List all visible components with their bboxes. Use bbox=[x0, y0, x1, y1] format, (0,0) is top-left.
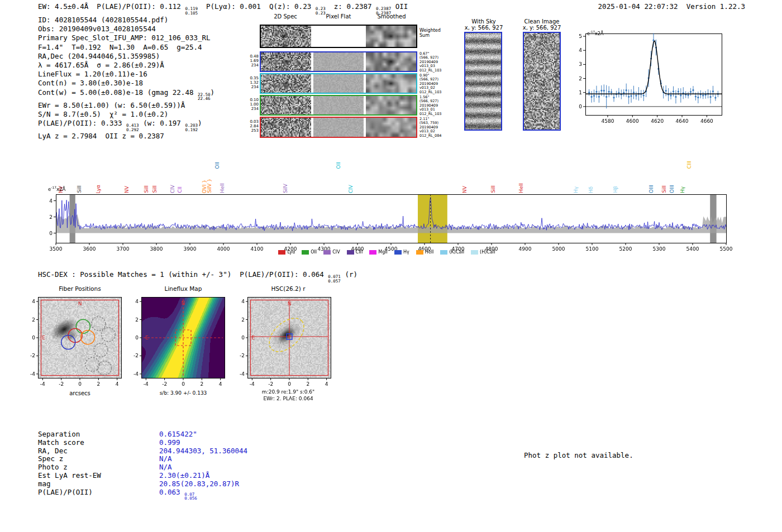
spec2d-image bbox=[261, 118, 311, 137]
match-table: Separation0.615422"Match score0.999RA, D… bbox=[38, 430, 247, 501]
table-label: Photo z bbox=[38, 463, 159, 472]
smoothed-image bbox=[366, 118, 416, 137]
legend-label: CIII bbox=[356, 250, 363, 255]
elixer-report-page: EW: 4.5±0.4Å P(LAE)/P(OII): 0.112 0.1190… bbox=[0, 0, 782, 532]
legend-item: (K)CaII bbox=[440, 250, 464, 255]
spec2d-row bbox=[260, 95, 417, 116]
spec2d-row bbox=[260, 25, 417, 48]
info-line: P(LAE)/P(OII): 0.333 0.4130.292 (w: 0.19… bbox=[38, 119, 214, 132]
info-line: ID: 4028105544 (4028105544.pdf) bbox=[38, 16, 214, 25]
smoothed-image bbox=[366, 52, 416, 71]
spec2d-row-annotation: WeightedSum bbox=[419, 28, 443, 38]
legend-swatch bbox=[278, 250, 285, 255]
fiber-positions-title: Fiber Positions bbox=[38, 285, 122, 292]
clean-image bbox=[524, 33, 560, 130]
pixelflat-image bbox=[313, 52, 364, 71]
header-datetime-version: 2025-01-04 22:07:32 Version 1.22.3 bbox=[578, 2, 745, 11]
table-value: 204.944303, 51.360044 bbox=[159, 447, 247, 456]
info-line: Cont(n) = 3.80(±0.30)e-18 bbox=[38, 79, 214, 88]
legend-item: MgII bbox=[369, 250, 388, 255]
spec2d-row-annotation: 0.90"(566, 927)20190409v013_02012_RL_103 bbox=[419, 74, 443, 94]
clean-subtitle: x, y: 566, 927 bbox=[514, 25, 570, 31]
legend-swatch bbox=[302, 250, 309, 255]
smoothed-image bbox=[366, 74, 416, 93]
table-value: 0.615422" bbox=[159, 430, 197, 439]
legend-swatch bbox=[471, 250, 478, 255]
withsky-panel bbox=[464, 32, 502, 131]
spec2d-image bbox=[261, 74, 311, 93]
spec2d-panel: 2D SpecPixel FlatSmoothedWeightedSum0.48… bbox=[248, 13, 444, 142]
spec2d-col-title: Pixel Flat bbox=[313, 13, 364, 20]
legend-label: HeII bbox=[425, 250, 434, 255]
spectrum-legend: LyαOIICIVCIIIMgIIHγHeII(K)CaII(H)CaII bbox=[39, 250, 735, 255]
table-value: 2.30(±0.21)Å bbox=[159, 472, 209, 480]
zoom-canvas bbox=[575, 27, 726, 130]
info-line: LyA z = 2.7984 OII z = 0.2387 bbox=[38, 132, 214, 141]
spectrum-canvas bbox=[39, 182, 735, 255]
smoothed-image bbox=[366, 26, 416, 47]
info-line: S/N = 8.7(±0.5) χ² = 1.0(±0.2) bbox=[38, 110, 214, 119]
stacked-value: 22.5022.46 bbox=[198, 93, 211, 101]
info-line: EWr = 8.50(±1.00) (w: 6.50(±0.59))Å bbox=[38, 101, 214, 110]
table-label: Match score bbox=[38, 439, 159, 447]
spec2d-row bbox=[260, 117, 417, 138]
legend-label: MgII bbox=[378, 250, 388, 255]
legend-swatch bbox=[347, 250, 354, 255]
pixelflat-image bbox=[313, 74, 364, 93]
pixelflat-image bbox=[313, 26, 364, 47]
hsc-image-title: HSC(26.2) r bbox=[246, 285, 330, 292]
hsc-canvas bbox=[235, 294, 333, 390]
spec2d-row-left-label: 0.351.32234 bbox=[248, 76, 259, 89]
info-line: Cont(w) = 5.00(±0.08)e-18 (gmag 22.48 22… bbox=[38, 88, 214, 101]
stacked-value: 0.1190.105 bbox=[185, 7, 198, 15]
spec2d-row-left-label: 0.101.00234 bbox=[248, 98, 259, 111]
spec2d-row bbox=[260, 51, 417, 72]
table-label: mag bbox=[38, 480, 159, 488]
table-label: RA, Dec bbox=[38, 447, 159, 456]
detection-info-block: ID: 4028105544 (4028105544.pdf)Obs: 2019… bbox=[38, 16, 214, 141]
legend-item: Hγ bbox=[394, 250, 409, 255]
legend-item: (H)CaII bbox=[471, 250, 495, 255]
emission-line-label: OII bbox=[336, 162, 341, 169]
hsc-dex-header: HSC-DEX : Possible Matches = 1 (within +… bbox=[38, 270, 357, 283]
legend-label: (H)CaII bbox=[480, 250, 495, 255]
spec2d-row-annotation: 2.11"(563, 759)20190409v013_02012_RL_084 bbox=[419, 117, 443, 138]
table-label: Separation bbox=[38, 430, 159, 439]
table-row: P(LAE)/P(OII)0.063 0.070.056 bbox=[38, 488, 247, 501]
info-line: λ = 4617.65Å σ = 2.86(±0.29)Å bbox=[38, 61, 214, 70]
legend-swatch bbox=[323, 250, 331, 255]
legend-label: Lyα bbox=[287, 250, 295, 255]
lineflux-caption: s/b: 3.90 +/- 0.133 bbox=[141, 390, 225, 396]
spec2d-row-annotation: 1.56"(566, 927)20190409v013_01012_RL_103 bbox=[419, 95, 443, 116]
clean-panel bbox=[523, 32, 561, 131]
table-row: RA, Dec204.944303, 51.360044 bbox=[38, 447, 247, 456]
fiber-canvas bbox=[26, 294, 124, 390]
withsky-subtitle: x, y: 566, 927 bbox=[456, 25, 512, 31]
table-value: N/A bbox=[159, 463, 172, 472]
table-row: Photo zN/A bbox=[38, 463, 247, 472]
spec2d-col-title: Smoothed bbox=[366, 13, 417, 20]
table-label: Est LyA rest-EW bbox=[38, 472, 159, 480]
spec2d-image bbox=[261, 26, 311, 47]
table-value: N/A bbox=[159, 455, 172, 463]
legend-label: (K)CaII bbox=[449, 250, 464, 255]
info-line: Obs: 20190409v013_4028105544 bbox=[38, 25, 214, 33]
legend-item: CIII bbox=[347, 250, 363, 255]
spec2d-row-left-label: 0.481.69234 bbox=[248, 54, 259, 68]
stacked-value: 0.0710.057 bbox=[328, 275, 341, 283]
hsc-caption2: EWr: 2. PLAE: 0.064 bbox=[246, 396, 330, 401]
spec2d-image bbox=[261, 96, 311, 114]
table-label: P(LAE)/P(OII) bbox=[38, 488, 159, 501]
photz-note: Phot z plot not available. bbox=[524, 451, 633, 459]
legend-label: CIV bbox=[332, 250, 340, 255]
stacked-value: 0.2030.192 bbox=[185, 123, 198, 132]
spec2d-col-title: 2D Spec bbox=[260, 13, 311, 20]
table-row: Est LyA rest-EW2.30(±0.21)Å bbox=[38, 472, 247, 480]
spec2d-image bbox=[261, 52, 311, 71]
fluxmap-canvas bbox=[129, 294, 227, 390]
lineflux-map-title: Lineflux Map bbox=[141, 285, 225, 292]
stacked-value: 0.070.056 bbox=[184, 492, 197, 501]
legend-label: Hγ bbox=[403, 250, 409, 255]
spectrum-ylabel: e-17x2Å bbox=[48, 185, 65, 192]
legend-swatch bbox=[416, 250, 423, 255]
